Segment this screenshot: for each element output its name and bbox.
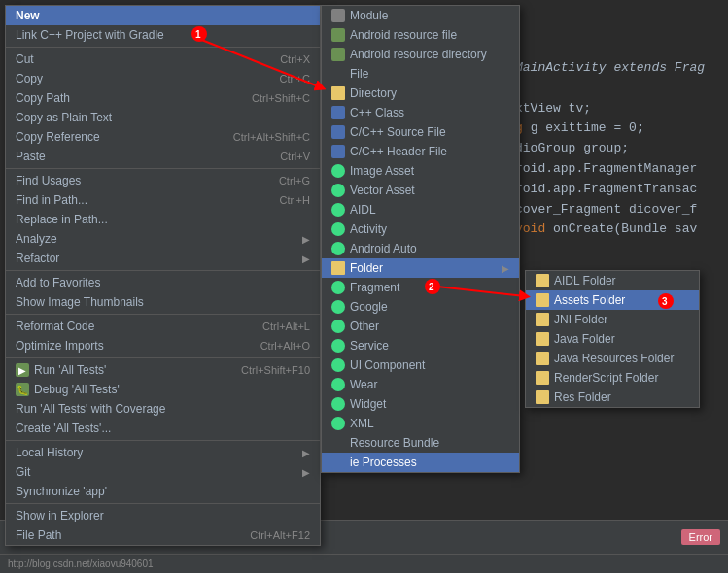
arrow-icon: ▶ bbox=[302, 467, 310, 478]
menu-item-replace-in-path[interactable]: Replace in Path... bbox=[6, 210, 320, 229]
separator-5 bbox=[6, 357, 320, 358]
submenu-new: Module Android resource file Android res… bbox=[321, 5, 520, 473]
menu-item-local-history[interactable]: Local History ▶ bbox=[6, 443, 320, 462]
menu-item-copy-path[interactable]: Copy Path Ctrl+Shift+C bbox=[6, 88, 320, 108]
submenu-cpp-class[interactable]: C++ Class bbox=[322, 103, 519, 122]
resource-bundle-icon bbox=[331, 436, 345, 450]
submenu-resource-bundle[interactable]: Resource Bundle bbox=[322, 433, 519, 453]
submenu-service[interactable]: Service bbox=[322, 336, 519, 355]
menu-item-copy-plain[interactable]: Copy as Plain Text bbox=[6, 108, 320, 127]
menu-item-copy[interactable]: Copy Ctrl+C bbox=[6, 69, 320, 88]
submenu-cpp-header[interactable]: C/C++ Header File bbox=[322, 142, 519, 161]
menu-item-file-path[interactable]: File Path Ctrl+Alt+F12 bbox=[6, 525, 320, 545]
menu-item-show-thumbnails[interactable]: Show Image Thumbnails bbox=[6, 292, 320, 312]
menu-item-create-tests[interactable]: Create 'All Tests'... bbox=[6, 419, 320, 438]
assets-folder-icon bbox=[536, 293, 549, 307]
google-icon bbox=[331, 300, 345, 314]
arrow-icon: ▶ bbox=[502, 263, 509, 274]
submenu-assets-folder[interactable]: Assets Folder bbox=[526, 290, 699, 310]
ie-processes-icon bbox=[331, 455, 345, 469]
submenu-android-resource-dir[interactable]: Android resource directory bbox=[322, 45, 519, 64]
menu-item-paste[interactable]: Paste Ctrl+V bbox=[6, 147, 320, 166]
submenu-cpp-source[interactable]: C/C++ Source File bbox=[322, 122, 519, 142]
arrow-icon: ▶ bbox=[302, 448, 310, 458]
separator-1 bbox=[6, 47, 320, 48]
submenu-res-folder[interactable]: Res Folder bbox=[526, 388, 699, 407]
menu-item-find-usages[interactable]: Find Usages Ctrl+G bbox=[6, 171, 320, 190]
code-line-8: cover_Fragment dicover_f bbox=[515, 200, 709, 220]
menu-item-refactor[interactable]: Refactor ▶ bbox=[6, 249, 320, 268]
menu-item-cut[interactable]: Cut Ctrl+X bbox=[6, 50, 320, 69]
code-line-1: MainActivity extends Frag bbox=[515, 58, 709, 79]
menu-item-link-cpp[interactable]: Link C++ Project with Gradle bbox=[6, 25, 320, 45]
submenu-directory[interactable]: Directory bbox=[322, 84, 519, 103]
ui-icon bbox=[331, 358, 345, 372]
code-line-6: roid.app.FragmentManager bbox=[515, 159, 709, 180]
submenu-renderscript-folder[interactable]: RenderScript Folder bbox=[526, 368, 699, 388]
activity-icon bbox=[331, 222, 345, 236]
menu-item-copy-ref[interactable]: Copy Reference Ctrl+Alt+Shift+C bbox=[6, 127, 320, 147]
directory-icon bbox=[331, 86, 345, 100]
cpp-source-icon bbox=[331, 125, 345, 139]
menu-item-optimize[interactable]: Optimize Imports Ctrl+Alt+O bbox=[6, 336, 320, 355]
wear-icon bbox=[331, 378, 345, 391]
separator-2 bbox=[6, 168, 320, 169]
cpp-header-icon bbox=[331, 145, 345, 158]
menu-item-debug-tests[interactable]: 🐛 Debug 'All Tests' bbox=[6, 380, 320, 399]
menu-item-run-tests[interactable]: ▶ Run 'All Tests' Ctrl+Shift+F10 bbox=[6, 360, 320, 380]
other-icon bbox=[331, 320, 345, 333]
submenu-aidl[interactable]: AIDL bbox=[322, 200, 519, 219]
service-icon bbox=[331, 339, 345, 353]
separator-6 bbox=[6, 440, 320, 441]
submenu-image-asset[interactable]: Image Asset bbox=[322, 161, 519, 181]
menu-item-reformat[interactable]: Reformat Code Ctrl+Alt+L bbox=[6, 317, 320, 336]
image-asset-icon bbox=[331, 164, 345, 178]
debug-icon: 🐛 bbox=[16, 383, 29, 396]
submenu-other[interactable]: Other bbox=[322, 317, 519, 336]
submenu-widget[interactable]: Widget bbox=[322, 394, 519, 414]
submenu-module[interactable]: Module bbox=[322, 6, 519, 25]
submenu-jni-folder[interactable]: JNI Folder bbox=[526, 310, 699, 329]
arrow-icon: ▶ bbox=[302, 253, 310, 264]
menu-item-sync-app[interactable]: Synchronize 'app' bbox=[6, 482, 320, 501]
submenu-fragment[interactable]: Fragment bbox=[322, 278, 519, 297]
submenu-google[interactable]: Google bbox=[322, 297, 519, 317]
submenu-android-auto[interactable]: Android Auto bbox=[322, 239, 519, 258]
menu-item-find-in-path[interactable]: Find in Path... Ctrl+H bbox=[6, 190, 320, 210]
module-icon bbox=[331, 9, 345, 22]
submenu-ui-component[interactable]: UI Component bbox=[322, 355, 519, 375]
folder-icon bbox=[331, 261, 345, 275]
submenu-ie-processes[interactable]: ie Processes bbox=[322, 453, 519, 472]
submenu-activity[interactable]: Activity bbox=[322, 219, 519, 239]
android-resource-dir-icon bbox=[331, 48, 345, 61]
arrow-icon: ▶ bbox=[302, 234, 310, 245]
code-line-9: void onCreate(Bundle sav bbox=[515, 219, 709, 240]
submenu-folder-menu: AIDL Folder Assets Folder JNI Folder Jav… bbox=[525, 270, 700, 408]
separator-4 bbox=[6, 314, 320, 315]
submenu-wear[interactable]: Wear bbox=[322, 375, 519, 394]
android-resource-icon bbox=[331, 28, 345, 42]
submenu-vector-asset[interactable]: Vector Asset bbox=[322, 181, 519, 200]
menu-item-add-favorites[interactable]: Add to Favorites bbox=[6, 273, 320, 292]
code-line-4: g g exittime = 0; bbox=[515, 118, 709, 139]
menu-item-git[interactable]: Git ▶ bbox=[6, 462, 320, 482]
submenu-android-resource[interactable]: Android resource file bbox=[322, 25, 519, 45]
error-button[interactable]: Error bbox=[681, 529, 720, 545]
menu-item-analyze[interactable]: Analyze ▶ bbox=[6, 229, 320, 249]
submenu-folder[interactable]: Folder ▶ bbox=[322, 258, 519, 278]
menu-item-run-coverage[interactable]: Run 'All Tests' with Coverage bbox=[6, 399, 320, 419]
submenu-xml[interactable]: XML bbox=[322, 414, 519, 433]
separator-7 bbox=[6, 503, 320, 504]
aidl-icon bbox=[331, 203, 345, 217]
submenu-java-res-folder[interactable]: Java Resources Folder bbox=[526, 349, 699, 368]
submenu-java-folder[interactable]: Java Folder bbox=[526, 329, 699, 349]
status-url: http://blog.csdn.net/xiaovu940601 bbox=[8, 558, 154, 569]
context-menu: New Link C++ Project with Gradle Cut Ctr… bbox=[5, 5, 321, 546]
context-menu-header: New bbox=[6, 6, 320, 25]
submenu-aidl-folder[interactable]: AIDL Folder bbox=[526, 271, 699, 290]
java-res-folder-icon bbox=[536, 352, 549, 365]
menu-item-show-explorer[interactable]: Show in Explorer bbox=[6, 506, 320, 525]
submenu-file[interactable]: File bbox=[322, 64, 519, 84]
jni-folder-icon bbox=[536, 313, 549, 326]
aidl-folder-icon bbox=[536, 274, 549, 287]
